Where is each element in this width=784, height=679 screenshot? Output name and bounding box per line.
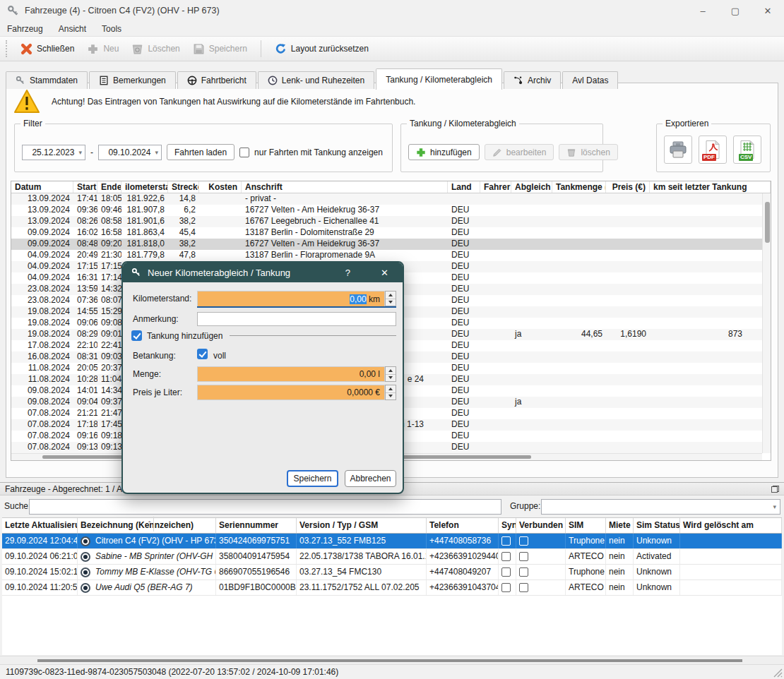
tab-lenkzeiten[interactable]: Lenk- und Ruhezeiten	[258, 71, 374, 89]
price-input[interactable]: 0,0000 €	[197, 385, 385, 400]
spinner-down-icon[interactable]	[386, 299, 396, 306]
verbunden-checkbox[interactable]	[519, 583, 528, 592]
group-select[interactable]: ▾	[541, 499, 780, 515]
col-telefon[interactable]: Telefon	[427, 518, 499, 533]
col-kilometerstand[interactable]: ilometerstand	[121, 181, 168, 193]
col-kosten[interactable]: Kosten	[199, 181, 242, 193]
col-start[interactable]: Start	[73, 181, 97, 193]
col-strecke[interactable]: Strecke	[168, 181, 199, 193]
close-button[interactable]: Schließen	[14, 40, 81, 58]
col-land[interactable]: Land	[448, 181, 480, 193]
col-anschrift[interactable]: Anschrift	[242, 181, 448, 193]
verbunden-checkbox[interactable]	[519, 536, 528, 546]
col-ende[interactable]: Ende	[97, 181, 121, 193]
col-abgleich[interactable]: Abgleich	[511, 181, 552, 193]
scrollbar-thumb[interactable]	[37, 659, 742, 662]
spinner-down-icon[interactable]	[386, 393, 396, 400]
delete-fueling-button[interactable]: löschen	[559, 144, 617, 160]
delete-button[interactable]: Löschen	[125, 40, 186, 58]
trip-row[interactable]: 13.09.2024 08:26 08:58 181.901,6 38,2 16…	[11, 216, 771, 227]
menu-fahrzeug[interactable]: Fahrzeug	[7, 24, 43, 34]
verbunden-checkbox[interactable]	[519, 567, 528, 577]
col-datum[interactable]: Datum	[11, 181, 73, 193]
tab-tankung[interactable]: Tankung / Kilometerabgleich	[376, 68, 502, 90]
menu-tools[interactable]: Tools	[102, 24, 121, 34]
note-input[interactable]	[197, 312, 396, 326]
toolbar-grip[interactable]	[6, 40, 8, 57]
tab-fahrtbericht[interactable]: Fahrtbericht	[177, 71, 256, 89]
col-sim[interactable]: SIM	[566, 518, 606, 533]
spinner-down-icon[interactable]	[386, 375, 396, 382]
only-fueling-checkbox[interactable]	[239, 148, 249, 157]
key-icon	[7, 5, 19, 17]
km-input[interactable]: 0,00 km	[197, 291, 385, 306]
trip-row[interactable]: 09.09.2024 16:02 16:58 181.863,4 45,4 13…	[11, 227, 771, 239]
new-button[interactable]: Neu	[81, 40, 125, 58]
col-wird-geloescht[interactable]: Wird gelöscht am	[680, 518, 782, 533]
vehicle-radio-icon	[81, 567, 90, 577]
col-seriennummer[interactable]: Seriennummer	[216, 518, 297, 533]
amount-spinner[interactable]	[385, 366, 396, 382]
save-button[interactable]: Speichern	[186, 40, 254, 58]
dialog-cancel-button[interactable]: Abbrechen	[345, 470, 396, 487]
spinner-up-icon[interactable]	[386, 385, 396, 393]
vehicle-row[interactable]: 29.09.2024 12:04:44 Citroen C4 (FV2) (OH…	[2, 534, 782, 549]
tab-bemerkungen[interactable]: Bemerkungen	[89, 71, 176, 89]
col-letzte-aktualisierung[interactable]: Letzte Aktualisierung	[2, 518, 78, 533]
tab-avl-datas[interactable]: Avl Datas	[562, 71, 618, 89]
km-spinner[interactable]	[385, 291, 396, 306]
sync-checkbox[interactable]	[501, 552, 511, 561]
add-fueling-button[interactable]: hinzufügen	[408, 144, 480, 160]
trips-vertical-scrollbar[interactable]	[762, 193, 771, 453]
vehicle-row[interactable]: 09.10.2024 11:20:57 Uwe Audi Q5 (BER-AG …	[2, 580, 782, 596]
trip-row[interactable]: 04.09.2024 20:49 21:30 181.779,8 47,8 13…	[11, 250, 771, 261]
col-version[interactable]: Version / Typ / GSM	[297, 518, 427, 533]
col-fahrer[interactable]: Fahrer	[480, 181, 511, 193]
add-fueling-checkbox[interactable]	[131, 330, 142, 341]
edit-fueling-button[interactable]: bearbeiten	[485, 144, 554, 160]
trip-row[interactable]: 09.09.2024 08:48 09:20 181.818,0 38,2 16…	[11, 239, 771, 250]
export-csv-button[interactable]: CSV	[733, 136, 761, 164]
vehicle-row[interactable]: 09.10.2024 06:21:07 Sabine - MB Sprinter…	[2, 549, 782, 565]
float-panel-icon[interactable]	[771, 486, 779, 493]
dialog-close-button[interactable]: ✕	[381, 268, 388, 278]
resize-grip-icon[interactable]	[773, 668, 783, 678]
dialog-save-button[interactable]: Speichern	[287, 470, 338, 487]
load-trips-button[interactable]: Fahrten laden	[167, 144, 234, 160]
col-km-seit[interactable]: km seit letzter Tankung	[650, 181, 771, 193]
reset-layout-button[interactable]: Layout zurücksetzen	[268, 40, 375, 58]
tab-archiv[interactable]: Archiv	[504, 71, 561, 89]
sync-checkbox[interactable]	[501, 567, 511, 577]
col-sync[interactable]: Sync	[499, 518, 516, 533]
trip-row[interactable]: 13.09.2024 09:36 09:46 181.907,8 6,2 167…	[11, 205, 771, 216]
dialog-help-button[interactable]: ?	[345, 268, 350, 278]
amount-input[interactable]: 0,00 l	[197, 366, 385, 382]
sync-checkbox[interactable]	[501, 536, 511, 546]
search-input[interactable]	[29, 499, 501, 515]
full-tank-checkbox[interactable]	[197, 349, 208, 359]
trip-row[interactable]: 13.09.2024 17:41 18:05 181.922,6 14,8 - …	[11, 193, 771, 205]
col-preis[interactable]: Preis (€)	[606, 181, 650, 193]
sync-checkbox[interactable]	[501, 583, 511, 592]
date-from-select[interactable]: 25.12.2023 ▾	[22, 145, 85, 160]
print-button[interactable]	[664, 136, 692, 164]
tab-stammdaten[interactable]: Stammdaten	[6, 71, 88, 89]
verbunden-checkbox[interactable]	[519, 552, 528, 561]
col-sim-status[interactable]: Sim Status	[634, 518, 680, 533]
vehicles-horizontal-scrollbar[interactable]	[0, 656, 784, 664]
menu-ansicht[interactable]: Ansicht	[59, 24, 86, 34]
price-spinner[interactable]	[385, 385, 396, 400]
col-verbunden[interactable]: Verbunden	[516, 518, 566, 533]
export-pdf-button[interactable]: PDF	[699, 136, 727, 164]
spinner-up-icon[interactable]	[386, 292, 396, 299]
spinner-up-icon[interactable]	[386, 367, 396, 375]
col-miete[interactable]: Miete	[606, 518, 634, 533]
vehicle-row[interactable]: 09.10.2024 15:02:19 Tommy MB E-Klasse (O…	[2, 565, 782, 580]
close-window-button[interactable]: ✕	[752, 0, 784, 21]
col-tankmenge[interactable]: Tankmenge (l)	[552, 181, 606, 193]
minimize-button[interactable]: –	[687, 0, 719, 21]
maximize-button[interactable]: ▢	[719, 0, 752, 21]
dialog-titlebar[interactable]: Neuer Kilometerabgleich / Tankung ? ✕	[123, 263, 403, 282]
date-to-select[interactable]: 09.10.2024 ▾	[98, 145, 162, 160]
scrollbar-thumb[interactable]	[765, 202, 770, 243]
